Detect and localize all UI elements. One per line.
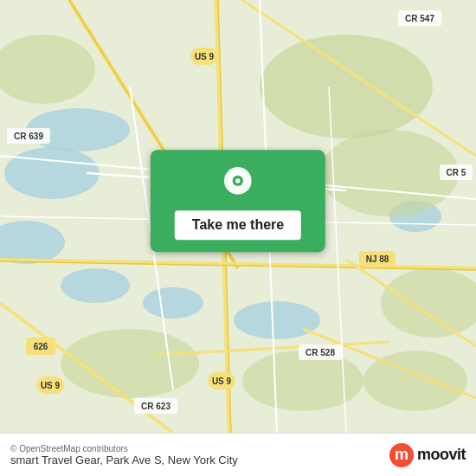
svg-text:NJ 88: NJ 88 bbox=[366, 254, 389, 264]
svg-text:CR 639: CR 639 bbox=[14, 132, 43, 141]
footer-bar: © OpenStreetMap contributors smart Trave… bbox=[0, 433, 476, 476]
svg-point-9 bbox=[320, 130, 459, 216]
svg-point-5 bbox=[234, 301, 320, 339]
moovit-logo: m moovit bbox=[389, 443, 466, 467]
svg-point-8 bbox=[260, 35, 433, 138]
svg-point-1 bbox=[4, 147, 100, 199]
location-pin-icon bbox=[219, 165, 257, 203]
svg-point-3 bbox=[61, 268, 130, 303]
svg-text:US 9: US 9 bbox=[212, 376, 232, 386]
svg-point-55 bbox=[235, 178, 240, 183]
button-overlay: Take me there bbox=[151, 150, 325, 252]
green-action-box[interactable]: Take me there bbox=[151, 150, 325, 252]
take-me-there-button[interactable]: Take me there bbox=[175, 210, 301, 240]
footer-info: © OpenStreetMap contributors smart Trave… bbox=[10, 444, 238, 466]
location-label: smart Travel Gear, Park Ave S, New York … bbox=[10, 453, 238, 466]
moovit-brand-text: moovit bbox=[417, 446, 466, 464]
svg-point-4 bbox=[143, 287, 203, 318]
svg-text:626: 626 bbox=[34, 342, 48, 351]
copyright-text: © OpenStreetMap contributors bbox=[10, 444, 238, 453]
svg-text:CR 5: CR 5 bbox=[447, 168, 466, 177]
svg-text:US 9: US 9 bbox=[41, 381, 61, 390]
map-area: CR 547 US 9 CR 639 NJ 88 CR 528 US 9 US … bbox=[0, 0, 476, 433]
svg-text:CR 528: CR 528 bbox=[306, 348, 335, 357]
svg-text:US 9: US 9 bbox=[195, 52, 215, 61]
svg-text:CR 547: CR 547 bbox=[405, 14, 434, 23]
svg-text:CR 623: CR 623 bbox=[141, 402, 170, 411]
moovit-m-icon: m bbox=[389, 443, 414, 467]
